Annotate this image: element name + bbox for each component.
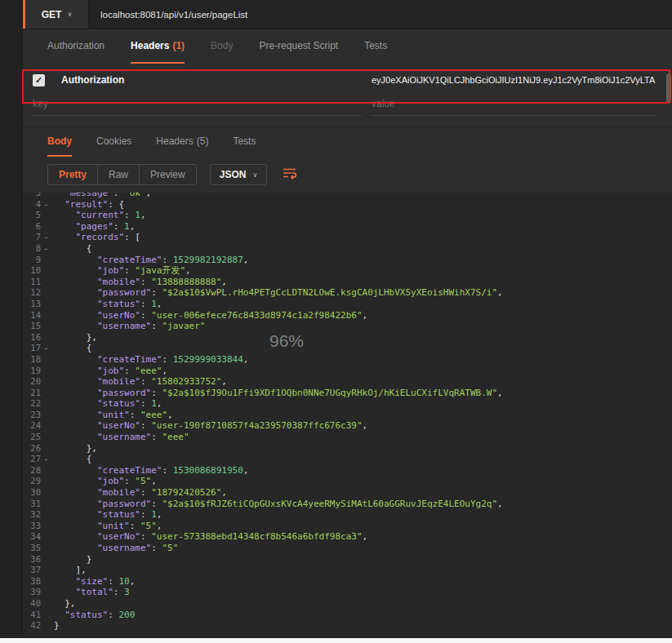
scrollbar-thumb[interactable]: [666, 73, 671, 103]
code-text: "unit": "eee",: [54, 410, 173, 421]
view-mode-pretty[interactable]: Pretty: [48, 165, 98, 184]
request-tab-tests[interactable]: Tests: [364, 29, 387, 64]
code-text: "unit": "5",: [54, 521, 162, 532]
fold-spacer: [41, 576, 51, 588]
fold-marker[interactable]: -: [41, 243, 51, 255]
response-tab-body[interactable]: Body: [47, 127, 72, 157]
fold-marker[interactable]: -: [41, 199, 51, 211]
line-number: 30: [23, 487, 41, 499]
code-line: 7- "records": [: [23, 232, 672, 243]
code-text: ],: [54, 565, 87, 576]
view-mode-raw[interactable]: Raw: [98, 165, 140, 184]
url-input[interactable]: localhost:8081/api/v1/user/pageList: [89, 0, 672, 29]
code-text: "mobile": "15802933752",: [54, 376, 227, 388]
request-tab-headers[interactable]: Headers(1): [131, 29, 185, 64]
wrap-text-button[interactable]: [282, 166, 297, 183]
line-number: 21: [23, 388, 41, 399]
line-number: 36: [23, 554, 41, 565]
wrap-text-icon: [282, 166, 297, 183]
fold-marker[interactable]: -: [41, 232, 51, 243]
code-text: "password": "$2a$10$VwPL.rHo4PETgCcLDTN2…: [54, 287, 503, 299]
response-tab-headers[interactable]: Headers(5): [156, 127, 208, 157]
fold-spacer: [41, 499, 51, 510]
code-text: "password": "$2a$10$fJ9Ou1Ffi9XDf1OQbn0N…: [54, 388, 503, 399]
fold-spacer: [41, 321, 51, 332]
line-number: 41: [23, 610, 41, 621]
code-line: 11 "mobile": "13888888888",: [23, 277, 672, 288]
line-number: 7: [23, 232, 41, 243]
header-enabled-checkbox[interactable]: ✓: [33, 74, 45, 86]
fold-spacer: [41, 531, 51, 543]
header-value[interactable]: eyJ0eXAiOiJKV1QiLCJhbGciOiJIUzI1NiJ9.eyJ…: [372, 75, 669, 85]
fold-spacer: [41, 299, 51, 310]
header-key[interactable]: Authorization: [61, 74, 355, 86]
code-text: "status": 200: [54, 610, 135, 621]
code-line: 36 }: [23, 554, 672, 565]
code-text: "result": {: [54, 199, 124, 211]
tab-label: Headers: [131, 40, 169, 51]
fold-spacer: [41, 398, 51, 410]
code-text: "userNo": "user-006efece76c8433d8974c1a2…: [54, 310, 367, 322]
code-text: },: [54, 598, 76, 610]
response-tab-tests[interactable]: Tests: [233, 127, 256, 157]
fold-spacer: [41, 193, 51, 199]
code-text: "username": "eee": [54, 432, 189, 443]
line-number: 14: [23, 310, 41, 322]
code-line: 13 "status": 1,: [23, 299, 672, 310]
fold-spacer: [41, 310, 51, 322]
view-mode-switch: PrettyRawPreview: [47, 164, 197, 185]
fold-marker[interactable]: -: [41, 343, 51, 354]
code-line: 27- {: [23, 454, 672, 465]
format-dropdown[interactable]: JSON ∨: [210, 164, 268, 185]
method-label: GET: [42, 9, 62, 20]
view-mode-preview[interactable]: Preview: [140, 165, 196, 184]
tab-count: (5): [197, 135, 209, 147]
new-header-key-input[interactable]: key: [33, 98, 362, 116]
line-number: 17: [23, 343, 41, 354]
code-text: "job": "eee",: [54, 366, 167, 377]
fold-spacer: [41, 255, 51, 266]
tab-label: Cookies: [96, 135, 131, 147]
response-tab-cookies[interactable]: Cookies: [96, 127, 131, 157]
tab-label: Tests: [233, 135, 256, 147]
fold-spacer: [41, 476, 51, 487]
request-tabs: AuthorizationHeaders(1)BodyPre-request S…: [23, 29, 672, 64]
fold-spacer: [41, 465, 51, 477]
code-line: 28 "createTime": 1530086891950,: [23, 465, 672, 477]
fold-marker[interactable]: -: [41, 454, 51, 465]
line-number: 10: [23, 265, 41, 277]
fold-spacer: [41, 366, 51, 377]
fold-spacer: [41, 332, 51, 344]
request-tab-pre-request-script[interactable]: Pre-request Script: [259, 29, 338, 64]
code-text: "job": "5",: [54, 476, 157, 487]
code-line: 42}: [23, 620, 672, 632]
code-text: "mobile": "13888888888",: [54, 277, 227, 288]
code-line: 16 },: [23, 332, 672, 344]
code-text: "createTime": 1529999033844,: [54, 354, 248, 366]
code-text: "pages": 1,: [54, 221, 135, 233]
line-number: 4: [23, 199, 41, 211]
tab-count: (1): [172, 40, 185, 51]
fold-spacer: [41, 287, 51, 299]
code-text: "records": [: [54, 232, 140, 243]
line-number: 28: [23, 465, 41, 477]
code-line: 14 "userNo": "user-006efece76c8433d8974c…: [23, 310, 672, 322]
request-tab-authorization[interactable]: Authorization: [47, 29, 105, 64]
line-number: 9: [23, 255, 41, 266]
method-dropdown[interactable]: GET ∨: [25, 0, 89, 29]
code-line: 41 "status": 200: [23, 610, 672, 621]
request-tab-body[interactable]: Body: [211, 29, 233, 64]
new-header-value-input[interactable]: value: [372, 98, 657, 116]
code-text: "message": "ok",: [54, 193, 151, 199]
main-panel: GET ∨ localhost:8081/api/v1/user/pageLis…: [23, 0, 672, 643]
code-text: "userNo": "user-190f8710857f4a239570387f…: [54, 420, 367, 432]
code-line: 22 "status": 1,: [23, 398, 672, 410]
code-text: }: [54, 620, 60, 632]
fold-spacer: [41, 265, 51, 277]
line-number: 34: [23, 531, 41, 543]
code-text: "userNo": "user-573388ebd14348cf8b546a6b…: [54, 531, 367, 543]
fold-spacer: [41, 587, 51, 598]
line-number: 22: [23, 398, 41, 410]
code-line: 5 "current": 1,: [23, 210, 672, 221]
chevron-down-icon: ∨: [67, 11, 72, 18]
